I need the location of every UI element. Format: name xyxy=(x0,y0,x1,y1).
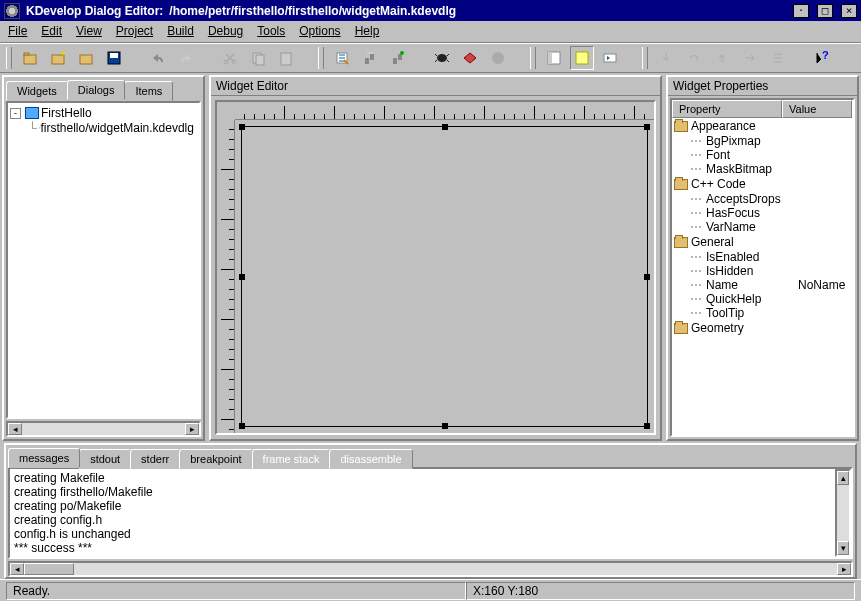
resize-handle-n[interactable] xyxy=(442,124,448,130)
cut-icon[interactable] xyxy=(218,46,242,70)
tab-dialogs[interactable]: Dialogs xyxy=(67,80,126,100)
svg-rect-4 xyxy=(80,55,92,64)
prop-name: QuickHelp xyxy=(706,292,798,306)
paste-icon[interactable] xyxy=(274,46,298,70)
close-button[interactable]: × xyxy=(841,4,857,18)
maximize-button[interactable]: □ xyxy=(817,4,833,18)
resize-handle-ne[interactable] xyxy=(644,124,650,130)
prop-name: VarName xyxy=(706,220,798,234)
project-tree[interactable]: - FirstHello └ firsthello/widgetMain.kde… xyxy=(6,101,201,419)
prop-name: AcceptsDrops xyxy=(706,192,798,206)
prop-group-general[interactable]: General xyxy=(672,234,853,250)
tab-breakpoint[interactable]: breakpoint xyxy=(179,449,252,469)
undo-icon[interactable] xyxy=(146,46,170,70)
prop-item[interactable]: ⋯QuickHelp xyxy=(672,292,853,306)
prop-item[interactable]: ⋯BgPixmap xyxy=(672,134,853,148)
scroll-left-icon[interactable]: ◂ xyxy=(8,423,22,435)
open-file-icon[interactable] xyxy=(18,46,42,70)
step-instruction-icon[interactable] xyxy=(766,46,790,70)
tab-stdout[interactable]: stdout xyxy=(79,449,131,469)
prop-item[interactable]: ⋯IsEnabled xyxy=(672,250,853,264)
left-tabs: Widgets Dialogs Items xyxy=(4,77,203,99)
scroll-left-icon[interactable]: ◂ xyxy=(10,563,24,575)
prop-item[interactable]: ⋯MaskBitmap xyxy=(672,162,853,176)
app-icon xyxy=(4,3,20,19)
prop-group-appearance[interactable]: Appearance xyxy=(672,118,853,134)
messages-vscroll[interactable]: ▴ ▾ xyxy=(835,469,851,557)
redo-icon[interactable] xyxy=(174,46,198,70)
open-folder-2-icon[interactable] xyxy=(74,46,98,70)
vertical-ruler[interactable] xyxy=(217,120,235,433)
compile-icon[interactable] xyxy=(330,46,354,70)
prop-item[interactable]: ⋯ToolTip xyxy=(672,306,853,320)
prop-group-c-code[interactable]: C++ Code xyxy=(672,176,853,192)
resize-handle-nw[interactable] xyxy=(239,124,245,130)
step-over-icon[interactable] xyxy=(682,46,706,70)
menu-tools[interactable]: Tools xyxy=(257,24,285,38)
menu-build[interactable]: Build xyxy=(167,24,194,38)
resize-handle-s[interactable] xyxy=(442,423,448,429)
scroll-right-icon[interactable]: ▸ xyxy=(837,563,851,575)
menu-debug[interactable]: Debug xyxy=(208,24,243,38)
build-icon[interactable] xyxy=(358,46,382,70)
tree-root[interactable]: - FirstHello xyxy=(10,105,197,121)
rebuild-icon[interactable] xyxy=(386,46,410,70)
help-icon[interactable]: ? xyxy=(810,46,834,70)
resize-handle-se[interactable] xyxy=(644,423,650,429)
prop-item[interactable]: ⋯Font xyxy=(672,148,853,162)
view-output-icon[interactable] xyxy=(570,46,594,70)
tree-item[interactable]: └ firsthello/widgetMain.kdevdlg xyxy=(28,121,197,135)
messages-hscroll[interactable]: ◂ ▸ xyxy=(8,561,853,577)
toolbar-grip-4[interactable] xyxy=(642,47,648,69)
scroll-up-icon[interactable]: ▴ xyxy=(837,471,849,485)
message-line: config.h is unchanged xyxy=(14,527,831,541)
menu-options[interactable]: Options xyxy=(299,24,340,38)
step-out-icon[interactable] xyxy=(710,46,734,70)
resize-handle-w[interactable] xyxy=(239,274,245,280)
col-property[interactable]: Property xyxy=(672,100,782,118)
messages-text[interactable]: creating Makefilecreating firsthello/Mak… xyxy=(10,469,835,557)
scroll-right-icon[interactable]: ▸ xyxy=(185,423,199,435)
tab-framestack[interactable]: frame stack xyxy=(252,449,331,469)
properties-body[interactable]: Property Value Appearance⋯BgPixmap⋯Font⋯… xyxy=(670,98,855,437)
toolbar-grip-3[interactable] xyxy=(530,47,536,69)
step-next-icon[interactable] xyxy=(738,46,762,70)
view-tree-icon[interactable] xyxy=(542,46,566,70)
toolbar-grip-2[interactable] xyxy=(318,47,324,69)
save-icon[interactable] xyxy=(102,46,126,70)
menu-edit[interactable]: Edit xyxy=(41,24,62,38)
prop-name: BgPixmap xyxy=(706,134,798,148)
menu-project[interactable]: Project xyxy=(116,24,153,38)
stop-icon[interactable] xyxy=(486,46,510,70)
minimize-button[interactable]: · xyxy=(793,4,809,18)
col-value[interactable]: Value xyxy=(782,100,852,118)
run-icon[interactable] xyxy=(458,46,482,70)
debug-icon[interactable] xyxy=(430,46,454,70)
open-folder-sparkle-icon[interactable]: ✦ xyxy=(46,46,70,70)
toolbar-grip[interactable] xyxy=(6,47,12,69)
scroll-down-icon[interactable]: ▾ xyxy=(837,541,849,555)
tab-messages[interactable]: messages xyxy=(8,448,80,468)
prop-group-geometry[interactable]: Geometry xyxy=(672,320,853,336)
tab-stderr[interactable]: stderr xyxy=(130,449,180,469)
menu-help[interactable]: Help xyxy=(355,24,380,38)
prop-item[interactable]: ⋯HasFocus xyxy=(672,206,853,220)
design-canvas[interactable] xyxy=(241,126,648,427)
menu-file[interactable]: File xyxy=(8,24,27,38)
prop-item[interactable]: ⋯VarName xyxy=(672,220,853,234)
resize-handle-sw[interactable] xyxy=(239,423,245,429)
tab-widgets[interactable]: Widgets xyxy=(6,81,68,101)
resize-handle-e[interactable] xyxy=(644,274,650,280)
horizontal-ruler[interactable] xyxy=(235,102,654,120)
view-preview-icon[interactable] xyxy=(598,46,622,70)
prop-item[interactable]: ⋯AcceptsDrops xyxy=(672,192,853,206)
menu-view[interactable]: View xyxy=(76,24,102,38)
left-hscroll[interactable]: ◂ ▸ xyxy=(6,421,201,437)
prop-item[interactable]: ⋯NameNoName xyxy=(672,278,853,292)
step-into-icon[interactable] xyxy=(654,46,678,70)
copy-icon[interactable] xyxy=(246,46,270,70)
tab-disassemble[interactable]: disassemble xyxy=(329,449,412,469)
prop-item[interactable]: ⋯IsHidden xyxy=(672,264,853,278)
tab-items[interactable]: Items xyxy=(124,81,173,101)
collapse-icon[interactable]: - xyxy=(10,108,21,119)
